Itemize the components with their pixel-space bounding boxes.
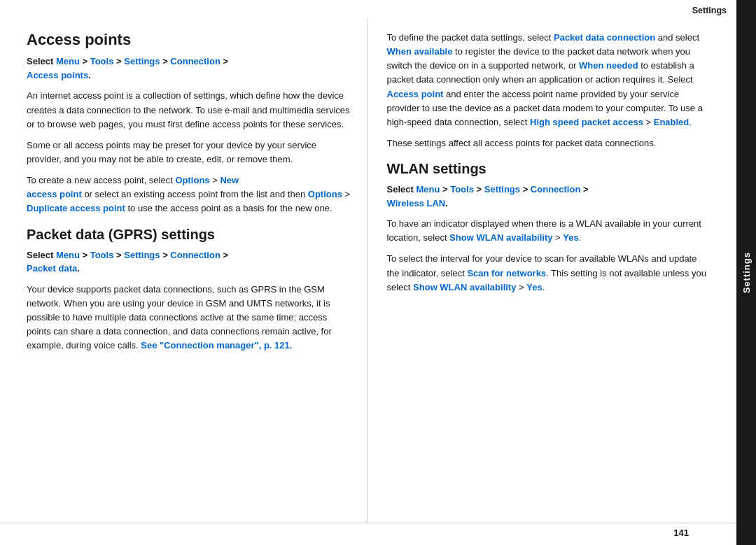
top-header: Settings <box>0 0 736 18</box>
packet-data-title: Packet data (GPRS) settings <box>27 226 351 243</box>
nav-menu-3: Menu <box>416 184 440 194</box>
nav-wireless-lan: Wireless LAN <box>387 198 446 208</box>
packet-data-nav: Select Menu > Tools > Settings > Connect… <box>27 248 351 276</box>
show-wlan-link-2: Show WLAN availability <box>413 282 516 292</box>
page-wrapper: Settings Access points Select Menu > Too… <box>0 0 756 545</box>
options-link-1: Options <box>175 175 209 185</box>
wlan-para2: To select the interval for your device t… <box>387 252 712 294</box>
main-content: Settings Access points Select Menu > Too… <box>0 0 736 545</box>
access-points-para2: Some or all access points may be preset … <box>27 139 351 167</box>
nav-settings-2: Settings <box>124 250 160 260</box>
left-column: Access points Select Menu > Tools > Sett… <box>0 18 368 523</box>
access-points-para1: An internet access point is a collection… <box>27 89 351 131</box>
enabled-link: Enabled <box>654 117 690 127</box>
nav-menu: Menu <box>56 56 80 66</box>
access-points-nav: Select Menu > Tools > Settings > Connect… <box>27 55 351 82</box>
nav-packet-data: Packet data <box>27 263 77 274</box>
yes-link-1: Yes <box>563 232 578 243</box>
nav-tools-2: Tools <box>90 250 114 260</box>
nav-tools-3: Tools <box>450 184 474 194</box>
access-points-title: Access points <box>27 31 351 49</box>
access-point-link: Access point <box>387 89 444 99</box>
wlan-nav: Select Menu > Tools > Settings > Connect… <box>387 183 712 210</box>
side-tab: Settings <box>736 0 756 545</box>
right-column: To define the packet data settings, sele… <box>368 18 737 523</box>
section-packet-data: Packet data (GPRS) settings Select Menu … <box>27 226 351 353</box>
header-settings-label: Settings <box>692 6 727 15</box>
nav-settings-3: Settings <box>484 184 520 194</box>
nav-settings: Settings <box>124 56 160 66</box>
right-para2: These settings affect all access points … <box>387 136 712 150</box>
packet-data-para1: Your device supports packet data connect… <box>27 283 351 353</box>
bottom-bar: 141 <box>0 523 736 545</box>
wlan-title: WLAN settings <box>387 160 712 177</box>
when-available-link: When available <box>387 46 453 57</box>
options-link-2: Options <box>308 189 342 199</box>
connection-manager-link[interactable]: See "Connection manager", p. 121. <box>141 340 292 351</box>
nav-tools: Tools <box>90 56 114 66</box>
nav-connection: Connection <box>170 56 220 66</box>
page-number: 141 <box>0 523 736 545</box>
duplicate-access-point-link: Duplicate access point <box>27 203 125 213</box>
nav-menu-2: Menu <box>56 250 80 260</box>
nav-access-points: Access points <box>27 70 88 80</box>
nav-text: Select <box>27 56 56 66</box>
section-access-points: Access points Select Menu > Tools > Sett… <box>27 31 351 216</box>
when-needed-link: When needed <box>579 60 638 71</box>
section-wlan: WLAN settings Select Menu > Tools > Sett… <box>387 160 712 295</box>
show-wlan-link-1: Show WLAN availability <box>449 232 552 243</box>
side-tab-label: Settings <box>741 252 752 293</box>
right-para1: To define the packet data settings, sele… <box>387 31 712 129</box>
yes-link-2: Yes <box>526 282 542 292</box>
nav-connection-2: Connection <box>170 250 220 260</box>
nav-sep: > <box>80 56 90 66</box>
access-points-para3: To create a new access point, select Opt… <box>27 174 351 215</box>
packet-data-connection-link: Packet data connection <box>554 32 655 43</box>
nav-connection-3: Connection <box>531 184 581 194</box>
high-speed-link: High speed packet access <box>530 117 643 127</box>
scan-for-networks-link: Scan for networks <box>467 268 546 278</box>
wlan-para1: To have an indicator displayed when ther… <box>387 217 712 245</box>
columns: Access points Select Menu > Tools > Sett… <box>0 18 736 523</box>
